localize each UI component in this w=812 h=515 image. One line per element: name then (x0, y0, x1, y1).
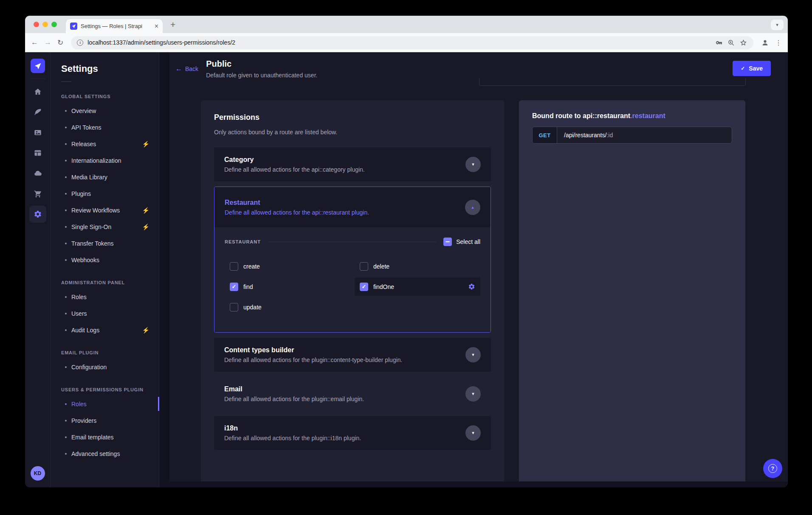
accordion-header[interactable]: Email Define all allowed actions for the… (214, 377, 491, 411)
reload-icon[interactable]: ↻ (57, 38, 63, 47)
content-type-builder-icon[interactable] (29, 144, 46, 161)
tab-strip: Settings — Roles | Strapi × + ▾ (25, 16, 788, 33)
accordion-title: Email (224, 385, 459, 393)
sidebar-item-label: Internationalization (71, 157, 121, 164)
home-icon[interactable] (29, 83, 46, 100)
address-bar[interactable]: i localhost:1337/admin/settings/users-pe… (71, 36, 753, 49)
back-nav-icon[interactable]: ← (31, 38, 38, 47)
zoom-in-icon[interactable] (727, 39, 735, 47)
accordion-title: Category (224, 156, 459, 164)
findone-checkbox[interactable]: ✓ (360, 283, 368, 291)
sidebar-item-media-library[interactable]: Media Library (51, 169, 159, 185)
role-description-input-partial[interactable] (479, 78, 746, 86)
collapse-chevron-icon[interactable]: ▲ (465, 200, 480, 215)
sidebar-item-releases[interactable]: Releases⚡ (51, 136, 159, 152)
help-button[interactable]: ? (763, 459, 782, 478)
zoom-window-button[interactable] (51, 22, 57, 27)
sidebar-item-users[interactable]: Users (51, 305, 159, 322)
bookmark-star-icon[interactable] (739, 39, 747, 47)
accordion-header[interactable]: i18n Define all allowed actions for the … (214, 416, 491, 450)
save-button[interactable]: ✓ Save (733, 61, 771, 76)
close-window-button[interactable] (34, 22, 39, 27)
bullet-dot (65, 436, 67, 438)
sidebar-item-label: Advanced settings (71, 450, 120, 457)
accordion-content-types-builder[interactable]: Content types builder Define all allowed… (214, 338, 491, 372)
browser-window: Settings — Roles | Strapi × + ▾ ← → ↻ i … (25, 16, 788, 487)
tab-search-chevron-icon[interactable]: ▾ (771, 20, 784, 30)
expand-chevron-icon[interactable]: ▼ (465, 347, 481, 362)
sidebar-item-label: Overview (71, 108, 96, 114)
sidebar-item-label: Releases (71, 141, 96, 147)
sidebar-item-webhooks[interactable]: Webhooks (51, 252, 159, 268)
accordion-title: i18n (224, 424, 459, 432)
boost-lightning-icon: ⚡ (142, 207, 149, 214)
sidebar-item-internationalization[interactable]: Internationalization (51, 152, 159, 169)
accordion-i18n[interactable]: i18n Define all allowed actions for the … (214, 416, 491, 450)
deploy-cloud-icon[interactable] (29, 165, 46, 182)
permission-label: delete (373, 263, 389, 270)
route-title-accent: .restaurant (630, 112, 665, 119)
marketplace-cart-icon[interactable] (29, 185, 46, 202)
sidebar-item-admin-roles[interactable]: Roles (51, 289, 159, 305)
content-manager-feather-icon[interactable] (29, 104, 46, 121)
sidebar-item-overview[interactable]: Overview (51, 102, 159, 119)
user-avatar[interactable]: KD (31, 466, 45, 481)
create-checkbox[interactable] (230, 262, 238, 271)
password-key-icon[interactable] (715, 39, 723, 47)
new-tab-button[interactable]: + (170, 20, 175, 30)
permission-update[interactable]: update (225, 298, 350, 316)
sidebar-item-review-workflows[interactable]: Review Workflows⚡ (51, 202, 159, 218)
advanced-settings-gear-icon[interactable] (468, 283, 475, 290)
delete-checkbox[interactable] (360, 262, 368, 271)
update-checkbox[interactable] (230, 303, 238, 311)
sidebar-item-api-tokens[interactable]: API Tokens (51, 119, 159, 136)
browser-menu-icon[interactable]: ⋮ (775, 39, 782, 47)
permission-delete[interactable]: delete (355, 257, 480, 275)
site-info-icon[interactable]: i (77, 40, 83, 46)
expand-chevron-icon[interactable]: ▼ (465, 425, 481, 441)
sidebar-item-audit-logs[interactable]: Audit Logs⚡ (51, 322, 159, 338)
accordion-category[interactable]: Category Define all allowed actions for … (214, 147, 491, 181)
sidebar-item-single-sign-on[interactable]: Single Sign-On⚡ (51, 218, 159, 235)
accordion-header[interactable]: Category Define all allowed actions for … (214, 147, 491, 181)
sidebar-item-advanced-settings[interactable]: Advanced settings (51, 445, 159, 462)
settings-gear-icon[interactable] (29, 206, 46, 223)
find-checkbox[interactable]: ✓ (230, 283, 238, 291)
url-text[interactable]: localhost:1337/admin/settings/users-perm… (87, 39, 235, 46)
profile-avatar-icon[interactable] (761, 39, 769, 47)
permission-create[interactable]: create (225, 257, 350, 275)
sidebar-item-up-roles[interactable]: Roles (51, 396, 159, 412)
tab-title: Settings — Roles | Strapi (81, 23, 151, 29)
browser-tab[interactable]: Settings — Roles | Strapi × (66, 19, 163, 33)
permission-label: create (243, 263, 260, 270)
accordion-header[interactable]: Restaurant Define all allowed actions fo… (214, 187, 491, 227)
media-library-icon[interactable] (29, 124, 46, 141)
minimize-window-button[interactable] (42, 22, 48, 27)
close-tab-icon[interactable]: × (155, 23, 158, 30)
sidebar-item-configuration[interactable]: Configuration (51, 359, 159, 375)
permission-findone[interactable]: ✓ findOne (355, 277, 480, 296)
expand-chevron-icon[interactable]: ▼ (465, 386, 481, 402)
check-icon: ✓ (741, 65, 745, 71)
forward-nav-icon[interactable]: → (44, 38, 51, 47)
accordion-email[interactable]: Email Define all allowed actions for the… (214, 377, 491, 411)
strapi-logo[interactable] (31, 59, 45, 73)
section-email-plugin: EMAIL PLUGIN (51, 350, 159, 355)
bullet-dot (65, 110, 67, 112)
permission-find[interactable]: ✓ find (225, 277, 350, 296)
sidebar-item-email-templates[interactable]: Email templates (51, 429, 159, 445)
sidebar-item-plugins[interactable]: Plugins (51, 185, 159, 202)
http-method-badge: GET (533, 127, 557, 143)
select-all-control[interactable]: Select all (443, 238, 480, 246)
expand-chevron-icon[interactable]: ▼ (465, 157, 481, 172)
window-controls[interactable] (34, 22, 57, 27)
accordion-description: Define all allowed actions for the plugi… (224, 435, 459, 441)
main-area: ← Back Public Default role given to unau… (159, 52, 788, 487)
sidebar-item-providers[interactable]: Providers (51, 412, 159, 429)
select-all-checkbox[interactable] (443, 238, 452, 246)
sidebar-item-transfer-tokens[interactable]: Transfer Tokens (51, 235, 159, 252)
back-link[interactable]: ← Back (175, 65, 198, 73)
accordion-header[interactable]: Content types builder Define all allowed… (214, 338, 491, 372)
sidebar-item-label: Audit Logs (71, 327, 99, 334)
sidebar-title-divider (61, 81, 71, 82)
